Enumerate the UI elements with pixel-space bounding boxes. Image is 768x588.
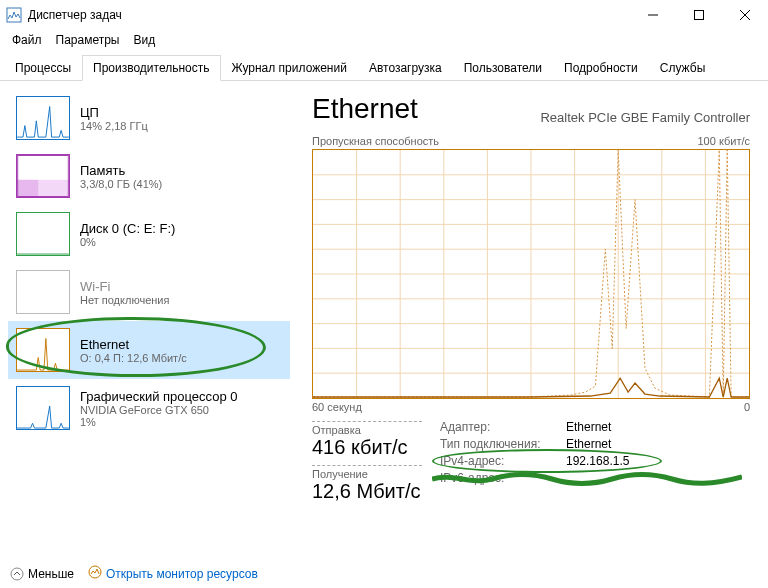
- tab-processes[interactable]: Процессы: [4, 55, 82, 81]
- open-resmon-link[interactable]: Открыть монитор ресурсов: [88, 565, 258, 582]
- sidebar-item-ethernet[interactable]: Ethernet О: 0,4 П: 12,6 Мбит/с: [8, 321, 290, 379]
- kv-contype-k: Тип подключения:: [440, 436, 560, 453]
- sidebar-item-gpu[interactable]: Графический процессор 0 NVIDIA GeForce G…: [8, 379, 290, 437]
- svg-rect-6: [17, 180, 38, 197]
- ethernet-title: Ethernet: [80, 337, 187, 352]
- tab-users[interactable]: Пользователи: [453, 55, 553, 81]
- disk-sub: 0%: [80, 236, 175, 248]
- kv-adapter-v: Ethernet: [566, 419, 686, 436]
- sidebar-item-cpu[interactable]: ЦП 14% 2,18 ГГц: [8, 89, 290, 147]
- sidebar-item-disk[interactable]: Диск 0 (C: E: F:) 0%: [8, 205, 290, 263]
- xaxis-left: 60 секунд: [312, 401, 362, 413]
- adapter-name: Realtek PCIe GBE Family Controller: [540, 110, 750, 125]
- detail-pane: Ethernet Realtek PCIe GBE Family Control…: [290, 81, 768, 551]
- wifi-thumb: [16, 270, 70, 314]
- disk-thumb: [16, 212, 70, 256]
- gpu-sub: NVIDIA GeForce GTX 650: [80, 404, 238, 416]
- recv-value: 12,6 Мбит/с: [312, 480, 422, 503]
- tab-services[interactable]: Службы: [649, 55, 716, 81]
- menu-view[interactable]: Вид: [127, 31, 161, 49]
- open-resmon-label: Открыть монитор ресурсов: [106, 567, 258, 581]
- wifi-title: Wi-Fi: [80, 279, 169, 294]
- kv-adapter-k: Адаптер:: [440, 419, 560, 436]
- gpu-sub2: 1%: [80, 416, 238, 428]
- resmon-icon: [88, 565, 102, 582]
- throughput-chart: [312, 149, 750, 399]
- kv-contype-v: Ethernet: [566, 436, 686, 453]
- window-title: Диспетчер задач: [28, 8, 630, 22]
- chart-label-right: 100 кбит/с: [697, 135, 750, 147]
- window-controls: [630, 0, 768, 30]
- page-title: Ethernet: [312, 93, 418, 125]
- tab-apphistory[interactable]: Журнал приложений: [221, 55, 358, 81]
- gpu-title: Графический процессор 0: [80, 389, 238, 404]
- sidebar: ЦП 14% 2,18 ГГц Память 3,3/8,0 ГБ (41%) …: [0, 81, 290, 551]
- menubar: Файл Параметры Вид: [0, 30, 768, 50]
- app-icon: [6, 7, 22, 23]
- recv-label: Получение: [312, 465, 422, 480]
- disk-title: Диск 0 (C: E: F:): [80, 221, 175, 236]
- cpu-sub: 14% 2,18 ГГц: [80, 120, 148, 132]
- tab-performance[interactable]: Производительность: [82, 55, 220, 81]
- cpu-thumb: [16, 96, 70, 140]
- memory-sub: 3,3/8,0 ГБ (41%): [80, 178, 162, 190]
- memory-thumb: [16, 154, 70, 198]
- cpu-title: ЦП: [80, 105, 148, 120]
- ethernet-thumb: [16, 328, 70, 372]
- wifi-sub: Нет подключения: [80, 294, 169, 306]
- titlebar: Диспетчер задач: [0, 0, 768, 30]
- kv-ipv6-v: [566, 470, 686, 487]
- menu-options[interactable]: Параметры: [50, 31, 126, 49]
- svg-point-27: [11, 568, 23, 580]
- tab-details[interactable]: Подробности: [553, 55, 649, 81]
- footer: Меньше Открыть монитор ресурсов: [10, 565, 258, 582]
- chart-label-left: Пропускная способность: [312, 135, 439, 147]
- ethernet-sub: О: 0,4 П: 12,6 Мбит/с: [80, 352, 187, 364]
- gpu-thumb: [16, 386, 70, 430]
- send-label: Отправка: [312, 421, 422, 436]
- sidebar-item-memory[interactable]: Память 3,3/8,0 ГБ (41%): [8, 147, 290, 205]
- chevron-up-icon: [10, 567, 24, 581]
- minimize-button[interactable]: [630, 0, 676, 30]
- fewer-details-button[interactable]: Меньше: [10, 567, 74, 581]
- svg-rect-2: [695, 11, 704, 20]
- kv-ipv4-v: 192.168.1.5: [566, 453, 686, 470]
- send-value: 416 кбит/с: [312, 436, 422, 459]
- memory-title: Память: [80, 163, 162, 178]
- tab-startup[interactable]: Автозагрузка: [358, 55, 453, 81]
- close-button[interactable]: [722, 0, 768, 30]
- tabstrip: Процессы Производительность Журнал прило…: [0, 54, 768, 81]
- kv-ipv4-k: IPv4-адрес:: [440, 453, 560, 470]
- sidebar-item-wifi[interactable]: Wi-Fi Нет подключения: [8, 263, 290, 321]
- menu-file[interactable]: Файл: [6, 31, 48, 49]
- fewer-details-label: Меньше: [28, 567, 74, 581]
- xaxis-right: 0: [744, 401, 750, 413]
- maximize-button[interactable]: [676, 0, 722, 30]
- kv-ipv6-k: IPv6-адрес:: [440, 470, 560, 487]
